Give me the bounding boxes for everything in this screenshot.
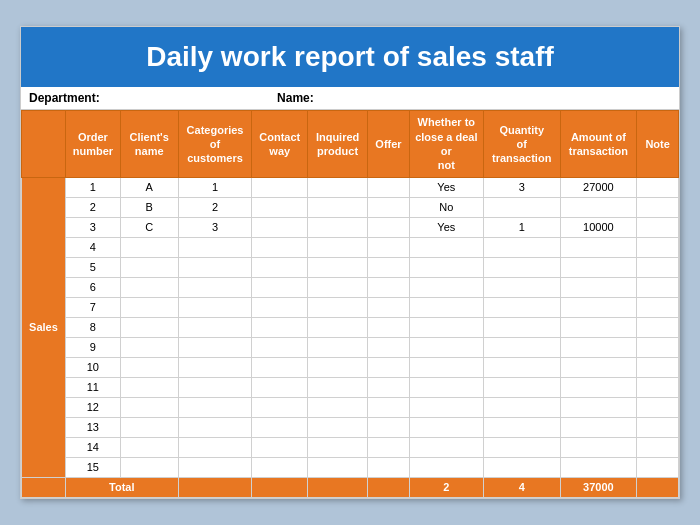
cell-note bbox=[637, 337, 679, 357]
cell-qty bbox=[483, 297, 560, 317]
cell-whether bbox=[409, 437, 483, 457]
cell-qty bbox=[483, 357, 560, 377]
cell-order: 14 bbox=[65, 437, 120, 457]
cell-contact bbox=[252, 217, 308, 237]
cell-amount: 27000 bbox=[560, 177, 637, 197]
cell-whether bbox=[409, 397, 483, 417]
cell-whether bbox=[409, 277, 483, 297]
cell-qty bbox=[483, 317, 560, 337]
table-row: 2B2No bbox=[22, 197, 679, 217]
cell-contact bbox=[252, 397, 308, 417]
cell-cat bbox=[178, 457, 252, 477]
cell-order: 5 bbox=[65, 257, 120, 277]
cell-qty bbox=[483, 197, 560, 217]
total-amount: 37000 bbox=[560, 477, 637, 497]
header-qty: Quantityoftransaction bbox=[483, 111, 560, 177]
cell-whether bbox=[409, 317, 483, 337]
cell-client bbox=[120, 337, 178, 357]
table-wrapper: Ordernumber Client'sname Categoriesofcus… bbox=[21, 110, 679, 497]
cell-contact bbox=[252, 437, 308, 457]
cell-contact bbox=[252, 277, 308, 297]
cell-contact bbox=[252, 377, 308, 397]
cell-order: 9 bbox=[65, 337, 120, 357]
cell-offer bbox=[368, 337, 410, 357]
cell-contact bbox=[252, 177, 308, 197]
cell-client bbox=[120, 317, 178, 337]
cell-qty bbox=[483, 437, 560, 457]
cell-cat bbox=[178, 297, 252, 317]
cell-offer bbox=[368, 417, 410, 437]
total-note bbox=[637, 477, 679, 497]
cell-client bbox=[120, 437, 178, 457]
cell-client: A bbox=[120, 177, 178, 197]
cell-offer bbox=[368, 257, 410, 277]
cell-cat bbox=[178, 317, 252, 337]
cell-inquired bbox=[308, 417, 368, 437]
cell-client bbox=[120, 397, 178, 417]
cell-offer bbox=[368, 397, 410, 417]
cell-whether bbox=[409, 457, 483, 477]
cell-amount bbox=[560, 437, 637, 457]
header-amount: Amount oftransaction bbox=[560, 111, 637, 177]
total-offer bbox=[368, 477, 410, 497]
cell-offer bbox=[368, 357, 410, 377]
cell-amount bbox=[560, 417, 637, 437]
cell-contact bbox=[252, 457, 308, 477]
cell-note bbox=[637, 277, 679, 297]
cell-cat bbox=[178, 397, 252, 417]
sales-table: Ordernumber Client'sname Categoriesofcus… bbox=[21, 110, 679, 497]
cell-note bbox=[637, 217, 679, 237]
cell-client: C bbox=[120, 217, 178, 237]
cell-amount: 10000 bbox=[560, 217, 637, 237]
cell-note bbox=[637, 197, 679, 217]
cell-offer bbox=[368, 277, 410, 297]
cell-inquired bbox=[308, 277, 368, 297]
cell-amount bbox=[560, 297, 637, 317]
cell-note bbox=[637, 317, 679, 337]
header-offer: Offer bbox=[368, 111, 410, 177]
total-row: Total2437000 bbox=[22, 477, 679, 497]
table-row: 9 bbox=[22, 337, 679, 357]
cell-order: 3 bbox=[65, 217, 120, 237]
cell-offer bbox=[368, 237, 410, 257]
cell-note bbox=[637, 417, 679, 437]
cell-order: 11 bbox=[65, 377, 120, 397]
cell-inquired bbox=[308, 197, 368, 217]
cell-whether bbox=[409, 377, 483, 397]
cell-contact bbox=[252, 257, 308, 277]
cell-order: 1 bbox=[65, 177, 120, 197]
cell-note bbox=[637, 397, 679, 417]
report-title: Daily work report of sales staff bbox=[21, 27, 679, 87]
cell-qty: 3 bbox=[483, 177, 560, 197]
cell-client bbox=[120, 377, 178, 397]
cell-offer bbox=[368, 177, 410, 197]
cell-order: 15 bbox=[65, 457, 120, 477]
cell-amount bbox=[560, 257, 637, 277]
total-dept bbox=[22, 477, 66, 497]
cell-contact bbox=[252, 317, 308, 337]
cell-cat bbox=[178, 237, 252, 257]
cell-client bbox=[120, 257, 178, 277]
cell-order: 7 bbox=[65, 297, 120, 317]
cell-offer bbox=[368, 217, 410, 237]
total-cat bbox=[178, 477, 252, 497]
cell-whether bbox=[409, 337, 483, 357]
cell-client bbox=[120, 237, 178, 257]
cell-inquired bbox=[308, 337, 368, 357]
cell-inquired bbox=[308, 357, 368, 377]
cell-cat bbox=[178, 357, 252, 377]
cell-amount bbox=[560, 237, 637, 257]
cell-client: B bbox=[120, 197, 178, 217]
table-row: 5 bbox=[22, 257, 679, 277]
cell-contact bbox=[252, 417, 308, 437]
cell-note bbox=[637, 297, 679, 317]
cell-client bbox=[120, 417, 178, 437]
cell-qty: 1 bbox=[483, 217, 560, 237]
cell-order: 10 bbox=[65, 357, 120, 377]
cell-inquired bbox=[308, 217, 368, 237]
cell-amount bbox=[560, 397, 637, 417]
total-contact bbox=[252, 477, 308, 497]
cell-note bbox=[637, 177, 679, 197]
cell-cat: 2 bbox=[178, 197, 252, 217]
cell-contact bbox=[252, 357, 308, 377]
